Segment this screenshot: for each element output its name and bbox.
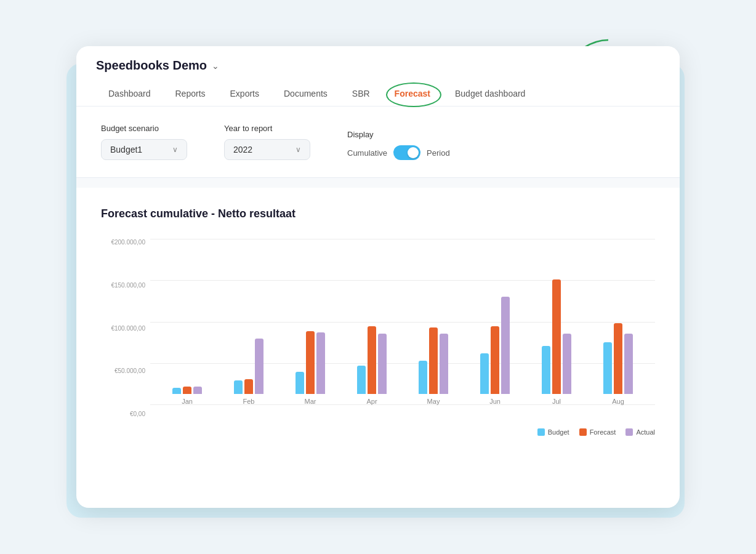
bar-actual <box>193 387 202 394</box>
bars-container: JanFebMarAprMayJunJulAug <box>150 239 655 405</box>
chart-legend: Budget Forecast Actual <box>537 428 655 436</box>
legend-actual-dot <box>625 428 633 436</box>
bar-budget <box>542 346 550 394</box>
budget-scenario-group: Budget scenario Budget1 ∨ <box>101 124 187 160</box>
bars <box>464 297 526 394</box>
forecast-circle: Forecast <box>395 89 430 98</box>
bar-actual <box>378 334 387 394</box>
month-group: Jan <box>156 387 218 405</box>
legend-actual: Actual <box>625 428 655 436</box>
y-axis-label: €50.000,00 <box>101 367 150 374</box>
month-group: Jul <box>526 279 587 405</box>
chart-plot-area: JanFebMarAprMayJunJulAug <box>150 239 655 405</box>
budget-scenario-select[interactable]: Budget1 ∨ <box>101 139 187 160</box>
display-toggle[interactable] <box>393 145 420 160</box>
month-label: Jun <box>489 398 501 405</box>
period-label: Period <box>427 148 450 158</box>
month-label: Aug <box>612 398 624 405</box>
filter-section: Budget scenario Budget1 ∨ Year to report… <box>76 106 680 178</box>
display-group: Display Cumulative Period <box>347 130 450 160</box>
legend-actual-label: Actual <box>636 428 655 436</box>
tab-forecast[interactable]: Forecast <box>382 82 443 106</box>
budget-scenario-label: Budget scenario <box>101 124 187 133</box>
y-axis-label: €150.000,00 <box>101 282 150 289</box>
year-to-report-group: Year to report 2022 ∨ <box>224 124 310 160</box>
tab-sbr[interactable]: SBR <box>340 82 382 106</box>
month-group: Apr <box>341 326 403 405</box>
cumulative-label: Cumulative <box>347 148 387 158</box>
bar-actual <box>255 339 263 394</box>
bar-budget <box>419 361 427 394</box>
bar-forecast <box>429 327 438 394</box>
month-label: Jul <box>552 398 561 405</box>
bar-actual <box>501 297 510 394</box>
budget-scenario-chevron-icon: ∨ <box>172 145 178 154</box>
tab-reports[interactable]: Reports <box>163 82 218 106</box>
bar-actual <box>316 332 325 394</box>
legend-forecast-dot <box>579 428 587 436</box>
bar-actual <box>624 334 633 394</box>
chart-container: €0,00€50.000,00€100.000,00€150.000,00€20… <box>101 239 655 436</box>
bar-forecast <box>368 326 376 394</box>
bars <box>341 326 403 394</box>
y-axis-label: €0,00 <box>101 411 150 417</box>
bar-forecast <box>306 331 315 394</box>
month-label: Apr <box>366 398 377 405</box>
chart-y-axis: €0,00€50.000,00€100.000,00€150.000,00€20… <box>101 239 150 417</box>
display-toggle-row: Cumulative Period <box>347 145 450 160</box>
year-to-report-label: Year to report <box>224 124 310 133</box>
bars <box>587 323 649 394</box>
bars <box>526 279 587 394</box>
year-chevron-icon: ∨ <box>296 145 301 154</box>
bars <box>279 331 341 394</box>
budget-scenario-value: Budget1 <box>110 145 142 155</box>
bar-budget <box>357 366 366 394</box>
month-group: May <box>403 327 464 405</box>
bar-budget <box>296 372 304 394</box>
month-label: May <box>427 398 440 405</box>
chart-section: Forecast cumulative - Netto resultaat €0… <box>76 188 680 460</box>
brand-name: Speedbooks Demo <box>96 58 207 73</box>
legend-forecast: Forecast <box>579 428 616 436</box>
month-label: Jan <box>182 398 193 405</box>
bars <box>156 387 218 394</box>
tab-exports[interactable]: Exports <box>218 82 271 106</box>
legend-budget-label: Budget <box>548 428 569 436</box>
month-label: Mar <box>305 398 316 405</box>
display-label: Display <box>347 130 450 139</box>
main-card: Speedbooks Demo ⌄ Dashboard Reports Expo… <box>76 46 680 508</box>
bar-forecast <box>491 326 499 394</box>
bar-forecast <box>614 323 622 394</box>
month-group: Aug <box>587 323 649 405</box>
month-group: Feb <box>218 339 279 405</box>
bar-budget <box>234 380 243 394</box>
bar-budget <box>480 353 489 394</box>
bar-actual <box>563 334 571 394</box>
month-group: Jun <box>464 297 526 405</box>
bar-forecast <box>244 379 253 394</box>
brand-row: Speedbooks Demo ⌄ <box>96 58 660 73</box>
y-axis-label: €200.000,00 <box>101 239 150 246</box>
filter-row: Budget scenario Budget1 ∨ Year to report… <box>101 124 655 160</box>
legend-forecast-label: Forecast <box>590 428 616 436</box>
y-axis-label: €100.000,00 <box>101 325 150 332</box>
page-wrapper: Speedbooks Demo ⌄ Dashboard Reports Expo… <box>0 0 756 554</box>
legend-budget-dot <box>537 428 545 436</box>
brand-chevron-icon[interactable]: ⌄ <box>212 61 219 71</box>
top-bar: Speedbooks Demo ⌄ Dashboard Reports Expo… <box>76 46 680 106</box>
nav-tabs: Dashboard Reports Exports Documents SBR <box>96 82 660 106</box>
tab-budget-dashboard[interactable]: Budget dashboard <box>443 82 537 106</box>
month-group: Mar <box>279 331 341 405</box>
bar-forecast <box>552 279 561 394</box>
bar-actual <box>440 334 448 394</box>
chart-title: Forecast cumulative - Netto resultaat <box>101 207 655 220</box>
bar-budget <box>603 342 612 394</box>
legend-budget: Budget <box>537 428 569 436</box>
bar-forecast <box>183 387 191 394</box>
bar-budget <box>172 388 181 394</box>
content-area: Budget scenario Budget1 ∨ Year to report… <box>76 106 680 460</box>
month-label: Feb <box>243 398 255 405</box>
tab-dashboard[interactable]: Dashboard <box>96 82 163 106</box>
tab-documents[interactable]: Documents <box>271 82 340 106</box>
year-to-report-select[interactable]: 2022 ∨ <box>224 139 310 160</box>
